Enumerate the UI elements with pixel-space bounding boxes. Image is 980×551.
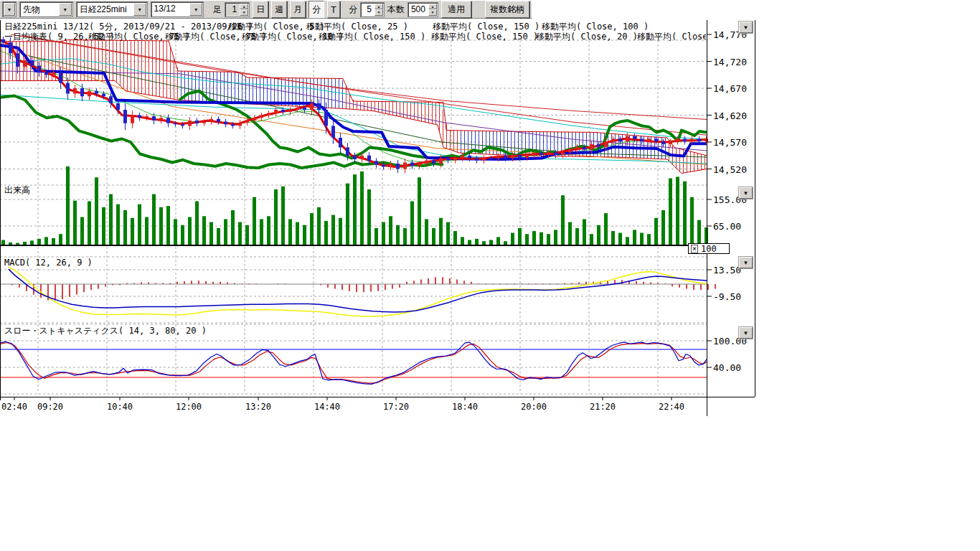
chart-canvas	[0, 20, 768, 429]
spin-down-icon[interactable]: ▼	[240, 9, 248, 16]
multi-symbol-button[interactable]: 複数銘柄	[485, 1, 529, 18]
period-day-button[interactable]: 日	[253, 1, 268, 18]
market-select[interactable]: 先物 ▼	[19, 1, 73, 17]
period-month-button[interactable]: 月	[290, 1, 306, 18]
chart-area: 日経225mini 13/12( 5分, 2013/09/21 - 2013/0…	[0, 20, 768, 429]
count-stepper[interactable]: 500 ▲▼	[407, 2, 438, 17]
toolbar: ▼ 先物 ▼ 日経225mini ▼ 13/12 ▼ 足 1 ▲▼ 日 週 月 …	[0, 0, 532, 19]
count-value: 500	[408, 3, 428, 17]
spin-up-icon[interactable]: ▲	[240, 4, 248, 10]
bar-interval-stepper[interactable]: 1 ▲▼	[225, 2, 250, 17]
contract-select[interactable]: 13/12 ▼	[151, 1, 204, 17]
spinner-buttons[interactable]: ▲▼	[428, 4, 437, 16]
spin-down-icon[interactable]: ▼	[428, 9, 437, 16]
minute-label: 分	[349, 4, 357, 16]
apply-button[interactable]: 適用	[441, 1, 471, 18]
symbol-select-value: 日経225mini	[77, 2, 133, 17]
spin-down-icon[interactable]: ▼	[374, 9, 383, 16]
contract-select-value: 13/12	[151, 2, 189, 17]
period-week-button[interactable]: 週	[271, 1, 287, 18]
symbol-select[interactable]: 日経225mini ▼	[76, 1, 148, 17]
chevron-down-icon[interactable]: ▼	[189, 3, 202, 16]
bar-label: 足	[213, 4, 222, 16]
minute-value: 5	[361, 3, 374, 17]
spinner-buttons[interactable]: ▲▼	[374, 4, 383, 16]
period-minute-button[interactable]: 分	[308, 1, 324, 18]
market-select-value: 先物	[20, 2, 58, 17]
chevron-down-icon[interactable]: ▼	[133, 3, 146, 16]
spinner-buttons[interactable]: ▲▼	[240, 4, 248, 16]
toolbar-mini-dropdown[interactable]: ▼	[2, 1, 17, 17]
spin-up-icon[interactable]: ▲	[374, 4, 383, 10]
bar-interval-value: 1	[225, 3, 239, 17]
minute-stepper[interactable]: 5 ▲▼	[360, 2, 385, 17]
chevron-down-icon[interactable]: ▼	[59, 3, 72, 16]
trading-chart-window: { "toolbar": { "mini_dropdown_icon": "▼"…	[0, 0, 980, 551]
chevron-down-icon[interactable]: ▼	[4, 3, 15, 16]
period-tick-button[interactable]: T	[327, 1, 339, 18]
spin-up-icon[interactable]: ▲	[428, 4, 437, 10]
count-label: 本数	[387, 4, 405, 16]
